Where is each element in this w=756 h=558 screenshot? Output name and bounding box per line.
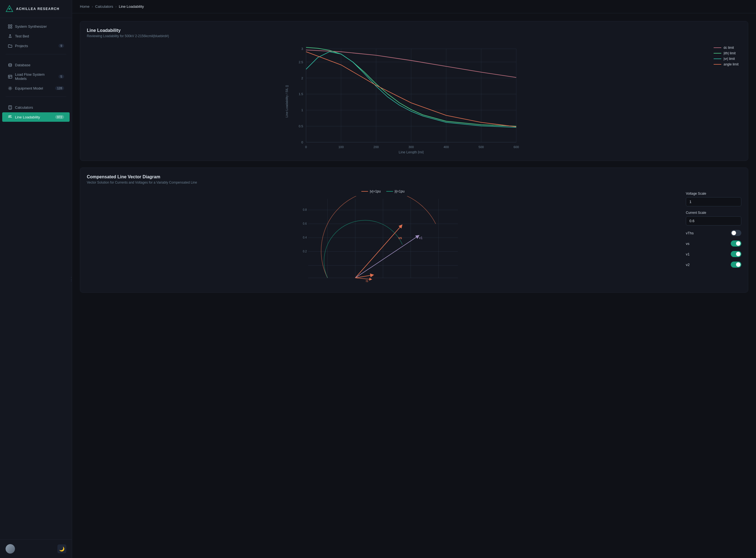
sidebar-label-system-synthesizer: System Synthesizer (15, 24, 47, 29)
wave-icon (8, 115, 12, 119)
toggle-v2-thumb (736, 262, 740, 267)
sidebar-item-projects[interactable]: Projects 9 (2, 41, 70, 50)
sidebar-item-system-synthesizer[interactable]: System Synthesizer (2, 22, 70, 31)
sidebar-label-projects: Projects (15, 44, 28, 48)
voltage-scale-control: Voltage Scale (686, 192, 741, 206)
svg-text:Line Length [mi]: Line Length [mi] (399, 150, 424, 154)
svg-point-11 (9, 108, 9, 108)
logo-icon (5, 5, 13, 13)
chart2-body: |v|=1pu |i|=1pu (87, 189, 741, 286)
chart1-title: Line Loadability (87, 28, 741, 33)
sidebar-item-database[interactable]: Database (2, 60, 70, 70)
toggle-v1[interactable] (731, 251, 741, 257)
svg-text:0: 0 (301, 141, 303, 144)
svg-text:300: 300 (408, 145, 414, 149)
toggle-vths[interactable] (731, 230, 741, 236)
vector-controls: Voltage Scale Current Scale vThs (686, 189, 741, 286)
vector-legend-i-label: |i|=1pu (395, 189, 405, 193)
current-scale-control: Current Scale (686, 211, 741, 226)
vector-diagram-svg: 0.8 0.6 0.4 0.2 (87, 196, 679, 285)
toggle-v2-row: v2 (686, 261, 741, 268)
sidebar-item-load-flow[interactable]: Load Flow System Models 5 (2, 70, 70, 83)
svg-text:0.2: 0.2 (303, 250, 307, 253)
svg-rect-3 (10, 25, 12, 26)
toggle-v1-row: v1 (686, 251, 741, 257)
line-loadability-chart: Line Loadability / SIL [] (87, 43, 741, 154)
avatar[interactable] (5, 544, 15, 554)
legend-angle-limit: angle limit (713, 62, 738, 66)
svg-rect-17 (283, 43, 545, 154)
svg-rect-4 (8, 27, 10, 28)
chart1-legend: dc limit |ith| limit |vr| limit angle li… (713, 46, 738, 66)
divider-1 (5, 54, 66, 54)
vector-legend-v: |v|=1pu (361, 189, 380, 193)
breadcrumb-sep-2: › (116, 4, 117, 8)
svg-text:3: 3 (301, 47, 303, 50)
projects-badge: 9 (58, 44, 64, 48)
svg-text:0: 0 (305, 145, 307, 149)
equipment-model-badge: 128 (55, 86, 64, 90)
avatar-image (5, 544, 15, 554)
voltage-scale-input[interactable] (686, 197, 741, 206)
sidebar: ACHILLEA RESEARCH System Synthesizer Tes… (0, 0, 72, 558)
sidebar-label-calculators: Calculators (15, 105, 33, 109)
chart2-subtitle: Vector Solution for Currents and Voltage… (87, 181, 741, 184)
legend-ith-limit-line (713, 53, 721, 53)
svg-text:400: 400 (444, 145, 449, 149)
toggle-v2[interactable] (731, 261, 741, 268)
database-icon (8, 63, 12, 67)
sidebar-item-test-bed[interactable]: Test Bed (2, 31, 70, 41)
sidebar-label-equipment-model: Equipment Model (15, 86, 43, 91)
legend-dc-limit: dc limit (713, 46, 738, 50)
sidebar-item-calculators[interactable]: Calculators (2, 103, 70, 112)
sidebar-label-load-flow: Load Flow System Models (15, 72, 56, 81)
line-loadability-badge: 972 (55, 115, 64, 119)
flask-icon (8, 34, 12, 38)
main-content: Home › Calculators › Line Loadability Li… (72, 0, 756, 558)
sidebar-item-line-loadability[interactable]: Line Loadability 972 (2, 112, 70, 122)
calc-icon (8, 105, 12, 109)
grid-icon (8, 24, 12, 29)
breadcrumb: Home › Calculators › Line Loadability (80, 4, 144, 8)
resize-handle[interactable]: ⋮ (68, 276, 75, 282)
vector-chart-area: |v|=1pu |i|=1pu (87, 189, 679, 286)
svg-text:0.4: 0.4 (303, 236, 307, 239)
toggle-v1-thumb (736, 252, 740, 256)
breadcrumb-home[interactable]: Home (80, 4, 90, 8)
theme-toggle-button[interactable]: 🌙 (57, 544, 66, 553)
divider-2 (5, 97, 66, 97)
sidebar-item-equipment-model[interactable]: Equipment Model 128 (2, 83, 70, 93)
svg-rect-5 (10, 27, 12, 28)
table-icon (8, 74, 12, 79)
legend-angle-limit-line (713, 64, 721, 65)
svg-rect-2 (8, 25, 10, 26)
breadcrumb-calculators[interactable]: Calculators (95, 4, 113, 8)
legend-dc-limit-label: dc limit (724, 46, 734, 50)
svg-text:0.8: 0.8 (303, 208, 307, 211)
vector-legend-i-line (386, 191, 393, 192)
svg-point-1 (8, 8, 10, 10)
gear-icon (8, 86, 12, 91)
current-scale-input[interactable] (686, 216, 741, 226)
toggle-vths-label: vThs (686, 231, 694, 235)
legend-vr-limit-line (713, 58, 721, 59)
chart1-subtitle: Reviewing Loadability for 500kV 2-2156kc… (87, 34, 741, 38)
svg-text:Line Loadability / SIL []: Line Loadability / SIL [] (285, 85, 288, 118)
svg-text:1: 1 (301, 108, 303, 112)
legend-angle-limit-label: angle limit (724, 62, 738, 66)
svg-point-15 (10, 108, 10, 109)
svg-text:600: 600 (513, 145, 519, 149)
legend-ith-limit: |ith| limit (713, 51, 738, 55)
chart2-title: Compensated Line Vector Diagram (87, 174, 741, 179)
content-area: Line Loadability Reviewing Loadability f… (72, 13, 756, 558)
vector-legend: |v|=1pu |i|=1pu (87, 189, 679, 193)
toggle-vs[interactable] (731, 240, 741, 247)
svg-text:2: 2 (301, 77, 303, 80)
toggle-vs-label: vs (686, 242, 689, 246)
sidebar-label-database: Database (15, 63, 30, 67)
logo: ACHILLEA RESEARCH (0, 0, 72, 18)
vector-legend-i: |i|=1pu (386, 189, 405, 193)
voltage-scale-label: Voltage Scale (686, 192, 741, 196)
toggle-v1-label: v1 (686, 252, 690, 256)
svg-rect-10 (9, 106, 11, 107)
